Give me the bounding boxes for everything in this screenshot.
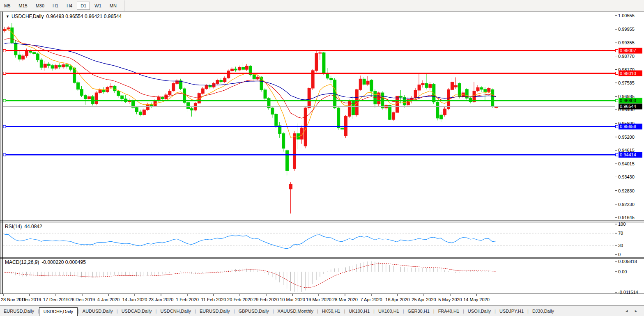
tab-hk50-h1[interactable]: HK50,H1	[318, 307, 344, 315]
tab-uk100-h1[interactable]: UK100,H1	[375, 307, 403, 315]
line-label-pointer	[616, 49, 618, 52]
tab-scroll-left-icon[interactable]: ◄	[622, 309, 631, 313]
rsi-axis-label: 70	[618, 231, 623, 236]
candle-body	[84, 96, 87, 99]
chart-canvas[interactable]: 1.005550.999550.993550.987700.981700.975…	[0, 0, 644, 316]
tab-eurusd-daily[interactable]: EURUSD,Daily	[0, 307, 38, 315]
candle-body	[55, 65, 58, 68]
date-axis-label: 4 Jan 2020	[97, 297, 120, 302]
candle-body	[256, 77, 259, 78]
candle-body	[444, 109, 446, 115]
tab-usoil-daily[interactable]: USOil,Daily	[464, 307, 494, 315]
candle-body	[253, 75, 255, 79]
date-axis-label: 29 Feb 2020	[253, 297, 279, 302]
timeframe-button-w1[interactable]: W1	[91, 2, 105, 10]
chart-menu-icon[interactable]: ▼	[6, 14, 9, 18]
candle-body	[322, 53, 325, 74]
tab-fra40-h1[interactable]: FRA40,H1	[435, 307, 463, 315]
tab-uk100-h1[interactable]: UK100,H1	[345, 307, 373, 315]
candle-body	[36, 54, 39, 60]
candle-body	[396, 96, 399, 112]
candle-body	[290, 184, 292, 189]
timeframe-button-d1[interactable]: D1	[77, 2, 90, 10]
price-axis-label: 0.99355	[618, 40, 635, 45]
candle-body	[117, 91, 120, 96]
timeframe-button-m30[interactable]: M30	[32, 2, 48, 10]
candle-body	[113, 86, 116, 91]
tab-usdjpy-h1[interactable]: USDJPY,H1	[496, 307, 527, 315]
candle-body	[451, 82, 453, 89]
candle-body	[366, 81, 369, 84]
candle-body	[216, 80, 219, 84]
candle-body	[77, 82, 80, 89]
price-axis-label: 0.95200	[618, 135, 635, 140]
tab-ger30-h1[interactable]: GER30,H1	[404, 307, 433, 315]
candle-body	[69, 66, 72, 69]
candle-body	[491, 89, 494, 107]
candle-body	[242, 67, 244, 70]
tab-scroll-right-icon[interactable]: ►	[631, 309, 641, 313]
tab-audusd-daily[interactable]: AUDUSD,Daily	[79, 307, 117, 315]
candle-body	[209, 85, 212, 87]
candle-body	[436, 102, 439, 118]
date-axis-label: 25 Apr 2020	[412, 297, 436, 302]
candle-body	[220, 80, 223, 82]
date-axis-label: 7 Apr 2020	[360, 297, 382, 302]
line-anchor-handle[interactable]	[3, 72, 6, 75]
tab-eurusd-daily[interactable]: EURUSD,Daily	[196, 307, 234, 315]
tab-usdcnh-daily[interactable]: USDCNH,Daily	[156, 307, 195, 315]
candle-body	[319, 53, 322, 53]
price-axis-label: 0.92830	[618, 188, 635, 193]
timeframe-button-mn[interactable]: MN	[106, 2, 120, 10]
candle-body	[44, 64, 46, 67]
tab-scroll-controls: ◄►	[622, 309, 644, 313]
price-axis-label: 0.99955	[618, 27, 635, 32]
candle-body	[135, 108, 138, 112]
candle-body	[66, 65, 69, 66]
timeframe-button-m15[interactable]: M15	[15, 2, 31, 10]
line-price-tag-text: 0.98010	[620, 71, 636, 76]
date-axis-label: 23 Jan 2020	[149, 297, 174, 302]
line-anchor-handle[interactable]	[3, 49, 6, 52]
line-anchor-handle[interactable]	[3, 153, 6, 156]
candle-body	[58, 65, 61, 67]
candle-body	[440, 115, 443, 119]
line-price-tag-text: 0.99007	[620, 48, 636, 53]
candle-body	[271, 108, 274, 114]
tab-usdchf-daily[interactable]: USDCHF,Daily	[39, 307, 78, 316]
candle-body	[414, 90, 417, 98]
candle-body	[326, 74, 329, 78]
candle-body	[80, 89, 83, 96]
rsi-label: RSI(14)44.0842	[5, 224, 42, 229]
date-axis-label: 7 Dec 2019	[18, 297, 41, 302]
candle-body	[425, 83, 428, 87]
candle-body	[11, 28, 14, 43]
tab-xauusd-monthly[interactable]: XAUUSD,Monthly	[274, 307, 317, 315]
macd-indicator-values: -0.000220 0.000495	[41, 259, 85, 265]
tab-gbpusd-daily[interactable]: GBPUSD,Daily	[235, 307, 273, 315]
price-axis-label: 0.98770	[618, 54, 635, 59]
candle-body	[62, 65, 65, 67]
line-label-pointer	[616, 72, 618, 75]
macd-label: MACD(12,26,9)-0.000220 0.000495	[5, 259, 86, 265]
toolbar-separator	[124, 0, 124, 11]
date-axis-label: 14 Jan 2020	[122, 297, 147, 302]
tab-dj30-daily[interactable]: DJ30,Daily	[529, 307, 558, 315]
tab-usdcad-daily[interactable]: USDCAD,Daily	[118, 307, 156, 315]
line-anchor-handle[interactable]	[3, 99, 6, 102]
rsi-axis-label: 30	[618, 243, 623, 248]
date-axis-label: 26 Dec 2019	[69, 297, 95, 302]
date-axis-label: 14 May 2020	[463, 297, 490, 302]
candle-body	[264, 90, 267, 98]
candle-body	[488, 89, 490, 92]
candle-body	[429, 85, 432, 88]
timeframe-button-h4[interactable]: H4	[63, 2, 76, 10]
timeframe-button-h1[interactable]: H1	[49, 2, 62, 10]
candle-body	[25, 50, 28, 56]
candle-body	[337, 108, 340, 128]
candle-body	[172, 83, 175, 91]
candle-body	[352, 101, 354, 115]
line-anchor-handle[interactable]	[3, 125, 6, 128]
candle-body	[154, 101, 156, 105]
timeframe-button-m5[interactable]: M5	[0, 2, 14, 10]
